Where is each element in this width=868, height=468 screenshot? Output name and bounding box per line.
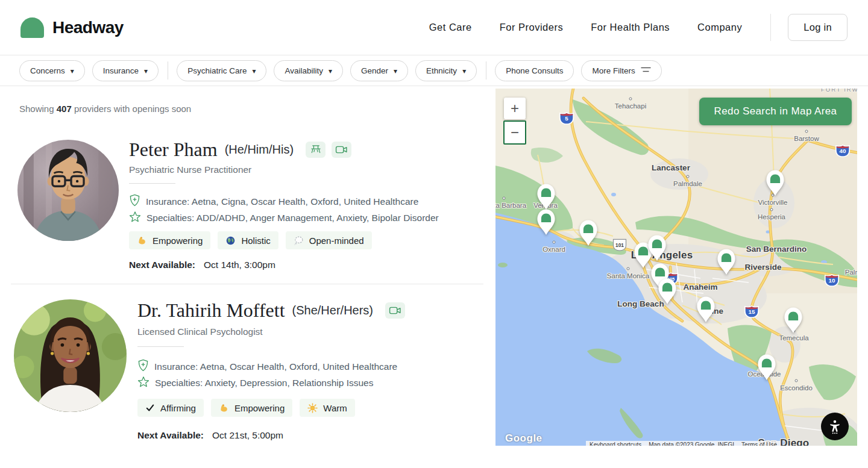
interstate-10-shield-icon: 10 xyxy=(824,272,840,290)
filter-label: More Filters xyxy=(592,66,635,75)
provider-map-pin[interactable] xyxy=(533,206,559,239)
filter-label: Psychiatric Care xyxy=(187,66,247,75)
filter-phone-consults[interactable]: Phone Consults xyxy=(495,60,574,81)
next-available-row: Next Available:Oct 14th, 3:00pm xyxy=(129,260,275,270)
nav-get-care[interactable]: Get Care xyxy=(429,22,472,33)
provider-portrait-illustration xyxy=(17,140,119,241)
specialties-row: Specialties: ADD/ADHD, Anger Management,… xyxy=(129,211,439,225)
nav-company[interactable]: Company xyxy=(697,22,742,33)
filter-insurance[interactable]: Insurance xyxy=(92,60,159,81)
filter-label: Gender xyxy=(361,66,388,75)
shield-plus-icon xyxy=(137,359,149,374)
chevron-down-icon xyxy=(144,66,148,75)
interstate-40-shield-icon: 40 xyxy=(835,143,851,160)
map-label: Santa Monica xyxy=(607,272,649,279)
insurance-list: Aetna, Cigna, Oscar Health, Oxford, Unit… xyxy=(192,196,419,207)
redo-search-button[interactable]: Redo Search in Map Area xyxy=(699,98,852,125)
trait-label: Empowering xyxy=(234,403,285,413)
provider-map-pin[interactable] xyxy=(693,293,719,326)
specialties-label: Specialties: xyxy=(155,378,203,388)
trait-label: Holistic xyxy=(241,236,270,246)
primary-nav: Get Care For Providers For Health Plans … xyxy=(429,22,743,33)
card-divider xyxy=(11,284,483,284)
trait-label: Empowering xyxy=(153,236,203,246)
chevron-down-icon xyxy=(252,66,256,75)
map-town-dot xyxy=(629,98,632,101)
provider-map-pin[interactable] xyxy=(781,304,806,337)
provider-map-pin[interactable] xyxy=(576,217,601,249)
trait-badge: Empowering xyxy=(129,231,210,249)
card-mini-divider xyxy=(129,183,175,184)
filter-gender[interactable]: Gender xyxy=(350,60,408,81)
provider-name-row[interactable]: Dr. Tahirih Moffett (She/Her/Hers) xyxy=(137,298,405,322)
map-label: Riverside xyxy=(745,263,782,272)
map-attribution-item[interactable]: Terms of Use xyxy=(738,441,781,446)
provider-title: Licensed Clinical Psychologist xyxy=(137,326,263,337)
svg-text:15: 15 xyxy=(749,308,755,315)
card-mini-divider xyxy=(137,346,184,347)
insurance-label: Insurance: xyxy=(154,361,198,372)
map-town-dot xyxy=(795,379,798,382)
provider-map-pin[interactable] xyxy=(754,351,779,384)
shield-plus-icon xyxy=(129,194,140,209)
provider-pronouns: (She/Her/Hers) xyxy=(292,304,373,317)
accessibility-person-icon xyxy=(827,419,843,434)
provider-map-pin[interactable] xyxy=(763,167,788,199)
provider-photo[interactable] xyxy=(14,299,127,412)
nav-for-providers[interactable]: For Providers xyxy=(500,22,564,33)
next-available-label: Next Available: xyxy=(137,430,204,440)
login-button[interactable]: Log in xyxy=(788,14,848,41)
chevron-down-icon xyxy=(71,66,74,75)
trait-badge: Holistic xyxy=(218,231,278,249)
svg-text:40: 40 xyxy=(840,148,846,154)
provider-map-pin[interactable] xyxy=(714,246,739,278)
provider-name[interactable]: Peter Pham xyxy=(129,139,218,161)
filter-more-filters[interactable]: More Filters xyxy=(581,60,661,81)
video-session-icon xyxy=(332,142,351,158)
map-label: Palmdale xyxy=(673,180,702,187)
insurance-label: Insurance: xyxy=(146,196,189,207)
map-town-dot xyxy=(553,241,556,244)
map-canvas[interactable]: + − Redo Search in Map Area Google Keybo… xyxy=(495,89,857,446)
headway-wordmark: Headway xyxy=(52,18,124,37)
filter-label: Availability xyxy=(285,66,323,75)
provider-name-row[interactable]: Peter Pham (He/Him/His) xyxy=(129,137,351,161)
provider-map-pin[interactable] xyxy=(644,232,670,264)
trait-badge: Affirming xyxy=(137,399,204,417)
map-label: Barstow xyxy=(794,135,819,142)
headway-logo[interactable]: Headway xyxy=(20,17,124,38)
us-route-101-shield-icon: 101 xyxy=(611,238,628,255)
filter-psychiatric-care[interactable]: Psychiatric Care xyxy=(177,60,266,81)
map-attribution: Keyboard shortcutsMap data ©2023 Google,… xyxy=(586,441,781,446)
top-navigation-bar: Headway Get Care For Providers For Healt… xyxy=(0,0,868,55)
map-town-dot xyxy=(687,175,690,178)
next-available-value: Oct 14th, 3:00pm xyxy=(204,260,275,270)
sun-icon xyxy=(307,403,318,413)
filter-label: Phone Consults xyxy=(506,66,563,75)
filter-bar: Concerns Insurance Psychiatric Care Avai… xyxy=(0,55,868,86)
map-zoom-out-button[interactable]: − xyxy=(503,120,526,145)
map-attribution-item[interactable]: Keyboard shortcuts xyxy=(586,441,645,446)
filter-label: Insurance xyxy=(103,66,139,75)
provider-name[interactable]: Dr. Tahirih Moffett xyxy=(137,299,285,322)
filter-ethnicity[interactable]: Ethnicity xyxy=(415,60,477,81)
check-icon xyxy=(145,403,155,413)
trait-badges: AffirmingEmpoweringWarm xyxy=(137,399,355,417)
provider-photo[interactable] xyxy=(17,140,119,241)
google-logo[interactable]: Google xyxy=(505,432,542,445)
nav-divider xyxy=(770,14,771,41)
video-session-icon xyxy=(385,302,405,319)
map-attribution-item: Map data ©2023 Google, INEGI xyxy=(645,441,738,446)
svg-text:5: 5 xyxy=(565,115,568,122)
next-available-label: Next Available: xyxy=(129,260,195,270)
accessibility-button[interactable] xyxy=(821,413,849,440)
headway-logo-mark-icon xyxy=(20,17,44,38)
star-icon xyxy=(137,376,149,390)
map-zoom-in-button[interactable]: + xyxy=(504,98,526,119)
provider-map-pin[interactable] xyxy=(655,275,680,308)
filter-availability[interactable]: Availability xyxy=(274,60,343,81)
specialties-list: ADD/ADHD, Anger Management, Anxiety, Bip… xyxy=(197,213,439,223)
nav-for-health-plans[interactable]: For Health Plans xyxy=(591,22,670,33)
filter-concerns[interactable]: Concerns xyxy=(19,60,85,81)
summary-prefix: Showing xyxy=(19,104,54,114)
